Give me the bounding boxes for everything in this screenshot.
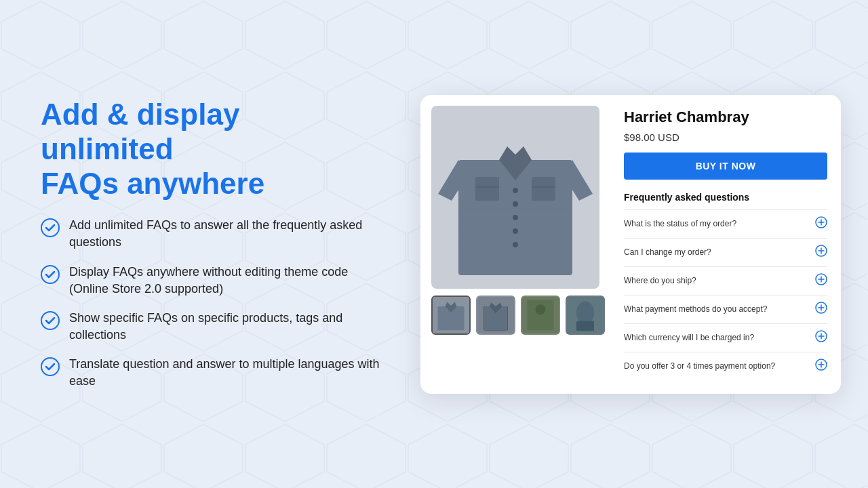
svg-point-2 (41, 312, 59, 329)
faq-question: Where do you ship? (624, 276, 696, 285)
faq-expand-icon (815, 359, 827, 374)
svg-point-31 (576, 301, 594, 324)
feature-item-f4: Translate question and answer to multipl… (41, 356, 380, 390)
thumbnail-2[interactable] (476, 296, 515, 335)
main-heading: Add & display unlimited FAQs anywhere (41, 98, 380, 201)
faq-item-q4[interactable]: What payment methods do you accept? (624, 295, 827, 323)
right-section: Harriet Chambray $98.00 USD BUY IT NOW F… (420, 95, 841, 394)
svg-point-12 (513, 242, 518, 247)
thumbnail-row (431, 296, 605, 335)
faq-question: What payment methods do you accept? (624, 304, 767, 314)
faq-section-title: Frequently asked questions (624, 192, 827, 203)
faq-question: Can I change my order? (624, 247, 711, 257)
faq-expand-icon (815, 273, 827, 289)
product-price: $98.00 USD (624, 131, 827, 143)
faq-section: Frequently asked questions What is the s… (624, 192, 827, 380)
product-card: Harriet Chambray $98.00 USD BUY IT NOW F… (420, 95, 841, 394)
check-icon (41, 265, 60, 284)
svg-point-8 (513, 188, 518, 193)
thumbnail-1[interactable] (431, 296, 471, 335)
thumbnail-3[interactable] (521, 296, 560, 335)
page-container: Add & display unlimited FAQs anywhere Ad… (0, 0, 868, 488)
svg-rect-32 (576, 321, 594, 331)
feature-item-f1: Add unlimited FAQs to answer all the fre… (41, 217, 380, 251)
svg-point-1 (41, 266, 59, 283)
svg-point-0 (41, 219, 59, 237)
svg-point-29 (536, 304, 546, 314)
product-images (420, 95, 616, 394)
feature-text: Add unlimited FAQs to answer all the fre… (69, 217, 380, 251)
main-product-image (431, 106, 599, 289)
faq-item-q6[interactable]: Do you offer 3 or 4 times payment option… (624, 352, 827, 380)
product-name: Harriet Chambray (624, 108, 827, 126)
faq-expand-icon (815, 245, 827, 260)
check-icon (41, 311, 60, 330)
buy-now-button[interactable]: BUY IT NOW (624, 152, 827, 180)
feature-item-f3: Show specific FAQs on specific products,… (41, 310, 380, 344)
features-list: Add unlimited FAQs to answer all the fre… (41, 217, 380, 390)
feature-text: Show specific FAQs on specific products,… (69, 310, 380, 344)
faq-question: Which currency will I be charged in? (624, 333, 754, 342)
check-icon (41, 357, 60, 376)
faq-question: What is the status of my order? (624, 219, 736, 228)
svg-point-10 (513, 215, 518, 220)
svg-rect-13 (475, 177, 499, 201)
check-icon (41, 218, 60, 237)
card-body: Harriet Chambray $98.00 USD BUY IT NOW F… (420, 95, 841, 394)
faq-question: Do you offer 3 or 4 times payment option… (624, 361, 775, 371)
feature-text: Display FAQs anywhere without editing th… (69, 264, 380, 298)
product-info: Harriet Chambray $98.00 USD BUY IT NOW F… (616, 95, 841, 394)
svg-rect-15 (532, 177, 555, 201)
faq-item-q2[interactable]: Can I change my order? (624, 238, 827, 266)
feature-text: Translate question and answer to multipl… (69, 356, 380, 390)
svg-point-11 (513, 228, 518, 234)
left-section: Add & display unlimited FAQs anywhere Ad… (41, 98, 380, 390)
faq-items: What is the status of my order? Can I ch… (624, 209, 827, 380)
faq-expand-icon (815, 216, 827, 232)
feature-item-f2: Display FAQs anywhere without editing th… (41, 264, 380, 298)
thumbnail-4[interactable] (566, 296, 605, 335)
faq-item-q5[interactable]: Which currency will I be charged in? (624, 323, 827, 352)
faq-expand-icon (815, 330, 827, 346)
faq-item-q1[interactable]: What is the status of my order? (624, 209, 827, 238)
svg-point-9 (513, 201, 518, 207)
faq-item-q3[interactable]: Where do you ship? (624, 266, 827, 295)
faq-expand-icon (815, 302, 827, 317)
svg-point-3 (41, 358, 59, 375)
